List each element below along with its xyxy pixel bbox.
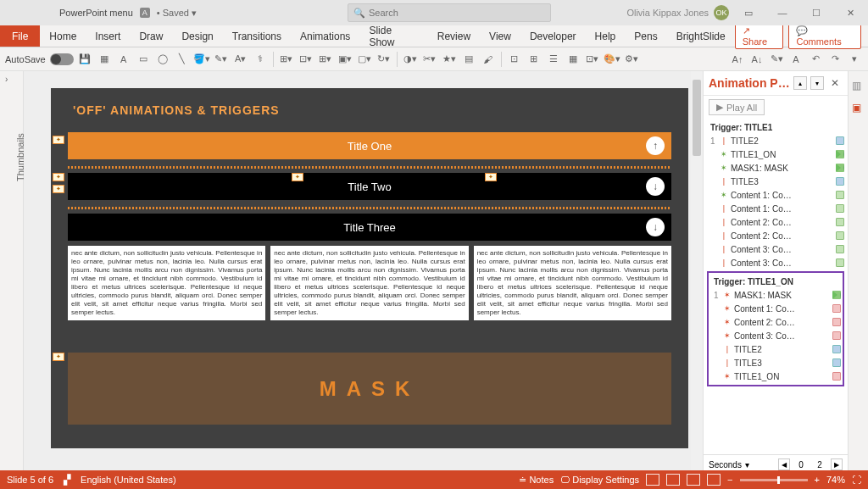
format-painter-icon[interactable]: 🖌	[480, 51, 497, 68]
highlight-icon[interactable]: ✎▾	[768, 51, 785, 68]
animation-tag[interactable]: ✦	[53, 353, 64, 361]
slideshow-view-icon[interactable]	[707, 474, 721, 486]
fit-to-window-icon[interactable]: ⛶	[852, 475, 861, 485]
search-input[interactable]	[369, 8, 545, 18]
normal-view-icon[interactable]	[646, 474, 659, 486]
expand-icon[interactable]: ›	[5, 75, 8, 84]
accessibility-status-icon[interactable]: ▞	[64, 475, 70, 486]
minimize-icon[interactable]: —	[768, 1, 797, 25]
crop-icon[interactable]: ✂▾	[421, 51, 438, 68]
merge-icon[interactable]: ◑▾	[402, 51, 419, 68]
play-all-button[interactable]: ▶ Play All	[709, 99, 765, 115]
animation-row[interactable]: ✶Content 1: Co…	[709, 302, 843, 315]
font-increase-icon[interactable]: A↑	[729, 51, 746, 68]
animation-tag[interactable]: ✦	[292, 173, 303, 181]
animation-tag[interactable]: ✦	[53, 173, 64, 181]
clear-format-icon[interactable]: A	[787, 51, 804, 68]
timing-chip[interactable]	[836, 136, 844, 145]
font-decrease-icon[interactable]: A↓	[748, 51, 765, 68]
tool-icon[interactable]: 🎨▾	[604, 51, 620, 68]
selection-pane-icon[interactable]: ▤	[460, 51, 477, 68]
timing-chip[interactable]	[832, 372, 841, 381]
timing-chip[interactable]	[836, 245, 844, 253]
tab-design[interactable]: Design	[172, 25, 222, 47]
save-icon[interactable]: 💾	[76, 51, 93, 68]
animation-row[interactable]: |Content 1: Co…	[705, 202, 846, 215]
oval-icon[interactable]: ◯	[154, 51, 171, 68]
content-col-2[interactable]: nec ante dictum, non sollicitudin justo …	[270, 246, 468, 320]
group-icon[interactable]: ⊞▾	[317, 51, 334, 68]
timing-chip[interactable]	[832, 345, 841, 353]
animation-row[interactable]: |Content 2: Co…	[705, 215, 846, 229]
timeline-fwd-button[interactable]: ▶	[831, 458, 843, 470]
arrow-up-icon[interactable]: ↑	[646, 136, 665, 155]
timing-chip[interactable]	[836, 231, 844, 240]
chevron-down-icon[interactable]: ▾	[846, 51, 863, 68]
tab-home[interactable]: Home	[40, 25, 86, 47]
zoom-out-button[interactable]: −	[727, 475, 732, 485]
arrow-down-icon[interactable]: ↓	[646, 177, 665, 196]
animation-tag[interactable]: ✦	[53, 136, 64, 144]
slide[interactable]: 'OFF' ANIMATIONS & TRIGGERS ✦ Title One …	[51, 88, 688, 448]
tab-draw[interactable]: Draw	[130, 25, 172, 47]
tab-slideshow[interactable]: Slide Show	[359, 25, 427, 47]
timing-chip[interactable]	[836, 150, 844, 158]
redo-icon[interactable]: ↷	[826, 51, 843, 68]
timing-chip[interactable]	[836, 204, 844, 213]
zoom-in-button[interactable]: +	[815, 475, 820, 485]
tab-pens[interactable]: Pens	[625, 25, 666, 47]
comments-button[interactable]: 💬 Comments	[788, 23, 861, 49]
animation-row[interactable]: ✶TITLE1_ON	[705, 147, 846, 161]
slide-canvas[interactable]: 'OFF' ANIMATIONS & TRIGGERS ✦ Title One …	[24, 71, 703, 474]
display-settings-button[interactable]: 🖵 Display Settings	[560, 475, 639, 485]
align-icon[interactable]: ⊞▾	[278, 51, 295, 68]
arrange-icon[interactable]: ⊡▾	[298, 51, 314, 68]
animation-row[interactable]: ✶Content 3: Co…	[709, 329, 843, 342]
format-pane-icon[interactable]: ▥	[852, 80, 865, 93]
fill-icon[interactable]: 🪣▾	[193, 51, 210, 68]
animation-row[interactable]: |Content 3: Co…	[705, 256, 846, 270]
font-color-icon[interactable]: A▾	[232, 51, 249, 68]
share-button[interactable]: ↗ Share	[735, 23, 784, 49]
ribbon-display-options-icon[interactable]: ▭	[734, 1, 763, 25]
mask-shape[interactable]: MASK	[68, 353, 671, 425]
vertical-scrollbar[interactable]	[691, 71, 703, 474]
sorter-view-icon[interactable]	[666, 474, 680, 486]
avatar[interactable]: OK	[714, 5, 729, 20]
animation-pane-icon[interactable]: ▣	[852, 102, 865, 115]
undo-icon[interactable]: ↶	[807, 51, 824, 68]
animate-icon[interactable]: ★▾	[441, 51, 458, 68]
tab-animations[interactable]: Animations	[291, 25, 359, 47]
tool-icon[interactable]: ▦	[565, 51, 581, 68]
timeline-back-button[interactable]: ◀	[778, 458, 790, 470]
animation-row[interactable]: |TITLE3	[705, 175, 846, 188]
title-one-bar[interactable]: Title One ↑	[68, 132, 671, 159]
animation-tag[interactable]: ✦	[53, 185, 64, 193]
language-status[interactable]: English (United States)	[81, 475, 176, 485]
tab-view[interactable]: View	[480, 25, 520, 47]
move-up-button[interactable]: ▴	[793, 76, 807, 90]
animation-row[interactable]: 1✶MASK1: MASK	[709, 288, 843, 302]
animation-row[interactable]: |TITLE3	[709, 356, 843, 370]
reading-view-icon[interactable]	[687, 474, 700, 486]
tool-icon[interactable]: ⊞	[526, 51, 542, 68]
title-three-bar[interactable]: Title Three ↓	[68, 214, 671, 241]
new-slide-icon[interactable]: ▦	[96, 51, 113, 68]
timing-chip[interactable]	[836, 218, 844, 226]
tab-brightslide[interactable]: BrightSlide	[667, 25, 735, 47]
eyedrop-icon[interactable]: ⚕	[252, 51, 269, 68]
arrow-down-icon[interactable]: ↓	[646, 218, 665, 236]
animation-row[interactable]: ✶MASK1: MASK	[705, 161, 846, 175]
animation-row[interactable]: ✶Content 1: Co…	[705, 188, 846, 202]
user-name[interactable]: Olivia Kippax Jones	[626, 8, 709, 18]
close-pane-icon[interactable]: ✕	[827, 77, 843, 89]
content-col-3[interactable]: nec ante dictum, non sollicitudin justo …	[474, 246, 671, 320]
tab-review[interactable]: Review	[428, 25, 480, 47]
accessibility-badge[interactable]: A	[140, 8, 150, 18]
timing-chip[interactable]	[836, 191, 844, 199]
tab-file[interactable]: File	[0, 25, 40, 47]
timing-chip[interactable]	[832, 304, 841, 313]
timing-chip[interactable]	[836, 258, 844, 267]
animation-row[interactable]: |Content 2: Co…	[705, 229, 846, 242]
autosave-toggle[interactable]	[50, 53, 74, 65]
